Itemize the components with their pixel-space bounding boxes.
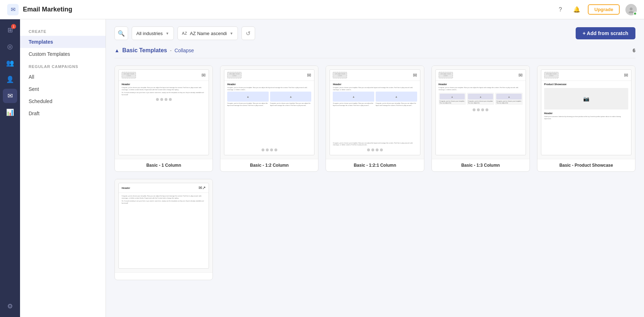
collapse-arrow-icon[interactable]: ▲ — [114, 48, 119, 53]
template-preview-product: UPLOAD YOUR LOGO ✉ Product Showcase 📷 He… — [537, 66, 635, 159]
email-arrow-icon-6th: ✉↗ — [199, 185, 206, 190]
sidebar-item-campaigns[interactable]: ◎ — [3, 39, 17, 54]
body-layout: ⊞ 1 ◎ 👥 👤 ✉ 📊 ⚙ CREATE Templates Custom … — [0, 19, 644, 317]
mini-subheader-product: Header — [544, 112, 628, 114]
mini-email-12col: UPLOAD YOUR LOGO ✉ Header Congrats, you'… — [224, 69, 314, 155]
mini-social-icons — [122, 97, 206, 102]
template-card-basic-13col[interactable]: UPLOAD YOUR LOGO ✉ Header Congrats, you'… — [431, 65, 530, 172]
mini-img-121-2: ▲ — [376, 92, 417, 102]
section-divider: - — [170, 48, 172, 53]
mini-img-121-1: ▲ — [333, 92, 374, 102]
sidebar-item-scheduled[interactable]: Scheduled — [20, 95, 106, 107]
mini-header-text: Header — [122, 83, 206, 86]
main-content: 🔍 All industries ▼ AZ AZ Name ascendi ▼ … — [106, 19, 644, 317]
sidebar-item-home[interactable]: ⊞ 1 — [3, 23, 17, 37]
template-card-basic-121col[interactable]: UPLOAD YOUR LOGO ✉ Header Congrats, you'… — [326, 65, 424, 172]
create-section-label: CREATE — [20, 25, 106, 36]
template-count: 6 — [633, 48, 635, 53]
mini-body-13col: Header Congrats, you've chosen your temp… — [436, 81, 526, 155]
template-label-121col: Basic - 1:2:1 Column — [326, 159, 424, 171]
sidebar-item-contacts[interactable]: 👥 — [3, 56, 17, 70]
mini-email-13col: UPLOAD YOUR LOGO ✉ Header Congrats, you'… — [435, 69, 526, 155]
mini-img-2: ▲ — [270, 92, 312, 102]
template-preview-1col: UPLOAD YOUR LOGO ✉ Header Congrats, you'… — [115, 66, 213, 159]
sidebar-item-email[interactable]: ✉ — [3, 89, 17, 103]
logo-placeholder-121: UPLOAD YOUR LOGO — [333, 72, 347, 78]
logo-placeholder-12: UPLOAD YOUR LOGO — [227, 72, 241, 78]
template-label-6th — [115, 272, 213, 280]
mini-body-text-13: Congrats, you've chosen your template. N… — [439, 87, 523, 91]
email-preview-icon-13: ✉ — [518, 72, 523, 78]
mini-body-text2-6th: Or, if visual creativity is not your for… — [122, 200, 206, 204]
sidebar-item-custom-templates[interactable]: Custom Templates — [20, 48, 106, 60]
search-box[interactable]: 🔍 — [114, 26, 128, 40]
collapse-link[interactable]: Collapse — [175, 48, 194, 53]
toolbar: 🔍 All industries ▼ AZ AZ Name ascendi ▼ … — [114, 26, 635, 40]
mini-footer-121: Congrats, you've chosen your template. N… — [333, 142, 417, 146]
sort-filter-label: AZ Name ascendi — [190, 31, 227, 36]
mini-body-product: Product Showcase 📷 Header Catch your cus… — [541, 81, 631, 155]
template-label-product: Basic - Product Showcase — [537, 159, 635, 171]
template-grid-row1: UPLOAD YOUR LOGO ✉ Header Congrats, you'… — [114, 65, 635, 172]
template-card-basic-12col[interactable]: UPLOAD YOUR LOGO ✉ Header Congrats, you'… — [220, 65, 318, 172]
avatar-online-dot — [633, 12, 637, 15]
upgrade-button[interactable]: Upgrade — [588, 4, 620, 15]
template-preview-13col: UPLOAD YOUR LOGO ✉ Header Congrats, you'… — [432, 66, 530, 159]
notifications-button[interactable]: 🔔 — [571, 4, 582, 15]
sidebar-item-settings[interactable]: ⚙ — [3, 299, 17, 313]
mini-body-text: Congrats, you've chosen your template. N… — [122, 87, 206, 91]
chevron-down-sort-icon: ▼ — [230, 31, 233, 35]
analytics-icon: 📊 — [6, 108, 14, 116]
top-nav: ✉ Email Marketing ? 🔔 Upgrade — [0, 0, 644, 19]
mini-email-product: UPLOAD YOUR LOGO ✉ Product Showcase 📷 He… — [541, 69, 631, 155]
email-preview-icon-12: ✉ — [307, 72, 311, 78]
mini-body-1col: Header Congrats, you've chosen your temp… — [119, 81, 209, 155]
mini-header-text-product: Product Showcase — [544, 83, 628, 86]
industry-filter-label: All industries — [136, 31, 163, 36]
add-from-scratch-button[interactable]: + Add from scratch — [576, 27, 635, 39]
email-preview-icon-product: ✉ — [624, 72, 628, 78]
mini-email-121col: UPLOAD YOUR LOGO ✉ Header Congrats, you'… — [330, 69, 420, 155]
template-preview-121col: UPLOAD YOUR LOGO ✉ Header Congrats, you'… — [326, 66, 424, 159]
sidebar-item-analytics[interactable]: 📊 — [3, 105, 17, 120]
help-button[interactable]: ? — [555, 4, 566, 15]
template-card-basic-product[interactable]: UPLOAD YOUR LOGO ✉ Product Showcase 📷 He… — [537, 65, 635, 172]
template-label-13col: Basic - 1:3 Column — [432, 159, 530, 171]
logo-placeholder-13: UPLOAD YOUR LOGO — [439, 72, 453, 78]
contacts-icon: 👥 — [6, 59, 14, 67]
icon-bar: ⊞ 1 ◎ 👥 👤 ✉ 📊 ⚙ — [0, 19, 20, 317]
mini-body-text2: Or, if visual creativity is not your for… — [122, 92, 206, 96]
template-card-basic-1col[interactable]: UPLOAD YOUR LOGO ✉ Header Congrats, you'… — [114, 65, 213, 172]
sidebar-item-draft[interactable]: Draft — [20, 107, 106, 120]
industry-filter-dropdown[interactable]: All industries ▼ — [132, 26, 174, 40]
mini-img-1: ▲ — [227, 92, 269, 102]
sidebar: CREATE Templates Custom Templates REGULA… — [20, 19, 106, 317]
sidebar-item-subscribers[interactable]: 👤 — [3, 72, 17, 87]
mini-body-6th: Congrats, you've chosen your template. N… — [119, 193, 209, 268]
sort-filter-dropdown[interactable]: AZ AZ Name ascendi ▼ — [177, 26, 238, 40]
sidebar-item-sent[interactable]: Sent — [20, 83, 106, 95]
template-label-1col: Basic - 1 Column — [115, 159, 213, 171]
svg-point-0 — [630, 8, 633, 10]
mini-social-13 — [439, 107, 523, 113]
svg-point-1 — [629, 11, 634, 13]
template-card-6th[interactable]: Header ✉↗ Congrats, you've chosen your t… — [114, 179, 213, 280]
mini-body-121col: Header Congrats, you've chosen your temp… — [330, 81, 420, 155]
template-grid-row2: Header ✉↗ Congrats, you've chosen your t… — [114, 179, 635, 280]
mini-col-sm-3: ▲ Congrats, you've chosen your template.… — [495, 93, 522, 105]
chevron-down-icon: ▼ — [166, 31, 169, 35]
top-nav-actions: ? 🔔 Upgrade — [555, 4, 637, 15]
mini-header-text-12: Header — [227, 83, 311, 86]
mini-body-text-12: Congrats, you've chosen your template. N… — [227, 87, 311, 91]
mini-col-left-121: ▲ Congrats, you've chosen your template.… — [333, 92, 374, 141]
logo-placeholder: UPLOAD YOUR LOGO — [122, 72, 136, 78]
sidebar-item-templates[interactable]: Templates — [20, 36, 106, 48]
refresh-button[interactable]: ↺ — [241, 26, 255, 40]
logo-placeholder-product: UPLOAD YOUR LOGO — [544, 72, 558, 78]
mini-col-right-121: ▲ Congrats, you've chosen your template.… — [376, 92, 417, 141]
notification-badge: 1 — [11, 24, 16, 29]
subscribers-icon: 👤 — [6, 75, 14, 83]
sidebar-item-all[interactable]: All — [20, 71, 106, 83]
mini-col-sm-1: ▲ Congrats, you've chosen your template.… — [439, 93, 466, 105]
avatar-container — [625, 4, 637, 15]
